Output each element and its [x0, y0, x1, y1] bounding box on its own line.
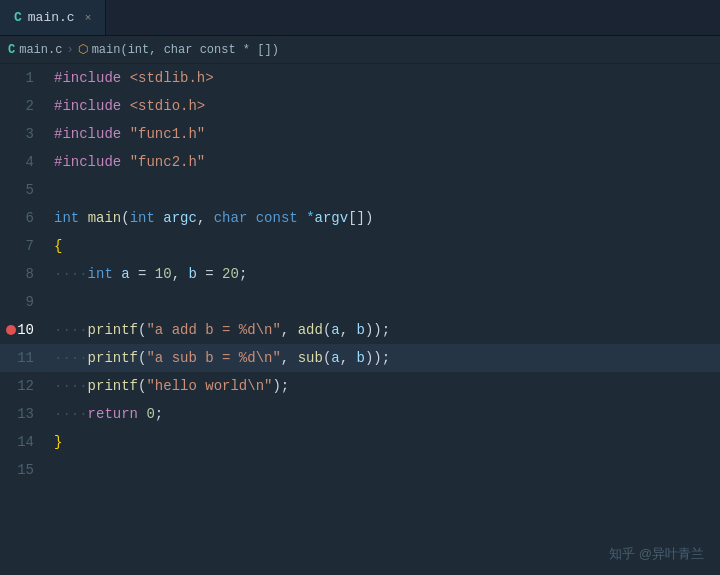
line-2: 2 #include <stdio.h>: [0, 92, 720, 120]
breadcrumb-func[interactable]: main(int, char const * []): [92, 43, 279, 57]
line-10: 10 ····printf("a add b = %d\n", add(a, b…: [0, 316, 720, 344]
line-num-12: 12: [0, 372, 50, 400]
line-content-4: #include "func2.h": [50, 148, 720, 176]
line-7: 7 {: [0, 232, 720, 260]
line-15: 15: [0, 456, 720, 484]
line-num-10: 10: [0, 316, 50, 344]
line-4: 4 #include "func2.h": [0, 148, 720, 176]
line-content-5: [50, 176, 720, 204]
line-content-8: ····int a = 10, b = 20;: [50, 260, 720, 288]
line-content-11: ····printf("a sub b = %d\n", sub(a, b));: [50, 344, 720, 372]
line-num-13: 13: [0, 400, 50, 428]
line-num-14: 14: [0, 428, 50, 456]
line-content-12: ····printf("hello world\n");: [50, 372, 720, 400]
line-8: 8 ····int a = 10, b = 20;: [0, 260, 720, 288]
tab-filename: main.c: [28, 10, 75, 25]
line-content-1: #include <stdlib.h>: [50, 64, 720, 92]
code-area: 1 #include <stdlib.h> 2 #include <stdio.…: [0, 64, 720, 575]
line-14: 14 }: [0, 428, 720, 456]
line-num-3: 3: [0, 120, 50, 148]
line-content-15: [50, 456, 720, 484]
breadcrumb-file[interactable]: main.c: [19, 43, 62, 57]
tab-c-icon: C: [14, 10, 22, 25]
line-num-9: 9: [0, 288, 50, 316]
line-content-2: #include <stdio.h>: [50, 92, 720, 120]
line-9: 9: [0, 288, 720, 316]
line-1: 1 #include <stdlib.h>: [0, 64, 720, 92]
line-content-10: ····printf("a add b = %d\n", add(a, b));: [50, 316, 720, 344]
breadcrumb-func-icon: ⬡: [78, 42, 88, 57]
line-13: 13 ····return 0;: [0, 400, 720, 428]
line-content-3: #include "func1.h": [50, 120, 720, 148]
line-num-5: 5: [0, 176, 50, 204]
line-num-11: 11: [0, 344, 50, 372]
editor: 1 #include <stdlib.h> 2 #include <stdio.…: [0, 64, 720, 575]
line-num-4: 4: [0, 148, 50, 176]
line-content-9: [50, 288, 720, 316]
line-content-13: ····return 0;: [50, 400, 720, 428]
line-num-2: 2: [0, 92, 50, 120]
line-5: 5: [0, 176, 720, 204]
line-3: 3 #include "func1.h": [0, 120, 720, 148]
line-11: 11 ····printf("a sub b = %d\n", sub(a, b…: [0, 344, 720, 372]
tab-bar: C main.c ×: [0, 0, 720, 36]
line-content-7: {: [50, 232, 720, 260]
line-content-6: int main(int argc, char const *argv[]): [50, 204, 720, 232]
breadcrumb-c-icon: C: [8, 43, 15, 57]
line-num-15: 15: [0, 456, 50, 484]
breadcrumb-separator: ›: [66, 43, 73, 57]
line-num-6: 6: [0, 204, 50, 232]
tab-close-icon[interactable]: ×: [85, 12, 92, 24]
line-6: 6 int main(int argc, char const *argv[]): [0, 204, 720, 232]
breakpoint-dot: [6, 325, 16, 335]
line-num-8: 8: [0, 260, 50, 288]
line-num-7: 7: [0, 232, 50, 260]
watermark: 知乎 @异叶青兰: [609, 545, 704, 563]
breadcrumb-bar: C main.c › ⬡ main(int, char const * []): [0, 36, 720, 64]
main-c-tab[interactable]: C main.c ×: [0, 0, 106, 35]
line-num-1: 1: [0, 64, 50, 92]
line-content-14: }: [50, 428, 720, 456]
line-12: 12 ····printf("hello world\n");: [0, 372, 720, 400]
